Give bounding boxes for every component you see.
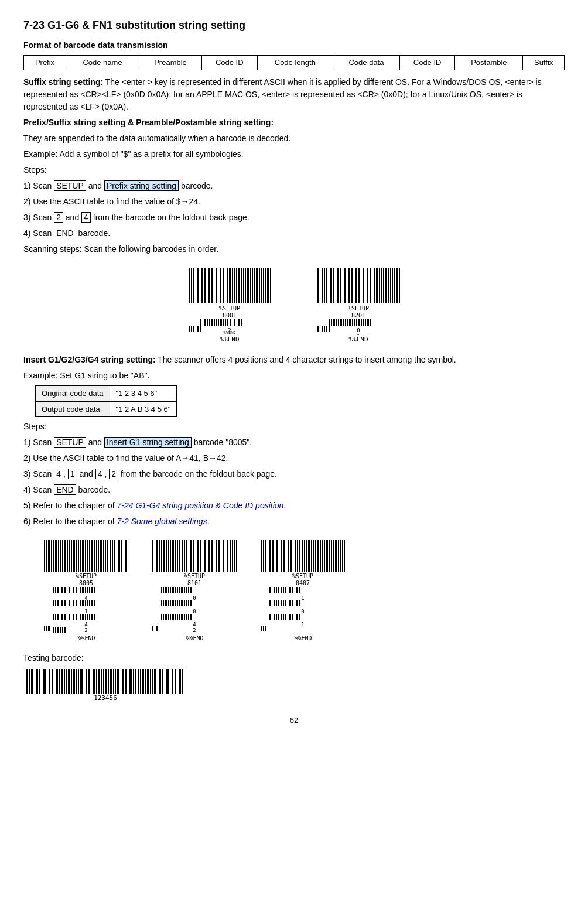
svg-text:2: 2: [84, 627, 87, 633]
svg-rect-346: [295, 540, 296, 572]
svg-rect-201: [73, 600, 74, 606]
svg-rect-403: [274, 614, 275, 620]
svg-rect-212: [53, 614, 54, 620]
svg-rect-442: [84, 669, 84, 694]
svg-rect-203: [78, 600, 78, 606]
insert-step-6: 6) Refer to the chapter of 7-2 Some glob…: [23, 515, 565, 528]
svg-rect-204: [80, 600, 81, 606]
svg-rect-105: [329, 319, 330, 326]
svg-rect-455: [115, 669, 116, 694]
svg-rect-300: [168, 600, 169, 606]
svg-rect-262: [197, 540, 199, 572]
svg-rect-345: [293, 540, 293, 572]
steps-label: Steps:: [23, 164, 565, 176]
svg-rect-341: [283, 540, 285, 572]
svg-rect-79: [347, 268, 347, 303]
svg-rect-59: [189, 326, 190, 332]
svg-rect-177: [64, 587, 66, 593]
svg-rect-83: [355, 268, 357, 303]
svg-rect-23: [241, 268, 242, 303]
svg-rect-26: [247, 268, 249, 303]
svg-rect-466: [142, 669, 144, 694]
svg-rect-245: [159, 540, 160, 572]
svg-rect-356: [317, 540, 319, 572]
svg-rect-288: [175, 587, 176, 593]
digit-1-box: 1: [68, 469, 77, 479]
svg-rect-328: [152, 626, 153, 631]
chapter-link-2[interactable]: 7-2 Some global settings: [117, 517, 207, 526]
step-3: 3) Scan 2 and 4 from the barcode on the …: [23, 211, 565, 224]
svg-rect-76: [340, 268, 341, 303]
svg-rect-417: [263, 626, 264, 631]
svg-rect-306: [181, 600, 183, 606]
svg-rect-284: [165, 587, 167, 593]
svg-rect-434: [64, 669, 65, 694]
svg-rect-49: [223, 319, 224, 326]
svg-rect-412: [295, 614, 295, 620]
svg-rect-244: [156, 540, 158, 572]
svg-rect-408: [285, 614, 286, 620]
svg-rect-305: [179, 600, 180, 606]
svg-rect-181: [73, 587, 74, 593]
svg-rect-31: [259, 268, 260, 303]
svg-rect-338: [276, 540, 278, 572]
svg-rect-359: [324, 540, 325, 572]
svg-rect-227: [87, 614, 88, 620]
svg-rect-207: [87, 600, 88, 606]
insert-g1-box: Insert G1 string setting: [104, 437, 192, 448]
svg-rect-15: [223, 268, 224, 303]
svg-rect-289: [177, 587, 178, 593]
svg-rect-440: [78, 669, 79, 694]
barcode-section-2: %SETUP 8005 4: [41, 537, 565, 643]
svg-rect-351: [306, 540, 307, 572]
svg-rect-126: [317, 326, 319, 332]
svg-rect-241: [48, 626, 50, 631]
svg-rect-436: [68, 669, 70, 694]
svg-text:1: 1: [84, 609, 87, 614]
svg-rect-44: [211, 319, 213, 326]
svg-rect-173: [55, 587, 56, 593]
svg-rect-121: [365, 319, 366, 326]
svg-rect-152: [89, 540, 90, 572]
svg-rect-271: [218, 540, 220, 572]
digit-4-box: 4: [81, 212, 91, 223]
svg-rect-481: [179, 669, 181, 694]
svg-rect-230: [94, 614, 95, 620]
suffix-setting-text: Suffix string setting: The <enter > key …: [23, 76, 565, 113]
svg-rect-324: [188, 614, 189, 620]
svg-rect-301: [170, 600, 171, 606]
svg-rect-344: [290, 540, 292, 572]
svg-rect-423: [36, 669, 38, 694]
svg-rect-69: [324, 268, 325, 303]
svg-rect-249: [168, 540, 169, 572]
step-2: 2) Use the ASCII table to find the value…: [23, 196, 565, 208]
svg-text:%SETUP: %SETUP: [76, 573, 97, 579]
svg-rect-133: [46, 540, 47, 572]
svg-rect-361: [329, 540, 330, 572]
svg-rect-416: [261, 626, 262, 631]
svg-rect-229: [91, 614, 93, 620]
svg-rect-218: [67, 614, 67, 620]
svg-rect-91: [374, 268, 375, 303]
chapter-link-1[interactable]: 7-24 G1-G4 string position & Code ID pos…: [117, 501, 284, 510]
col-codeid1: Code ID: [201, 56, 257, 70]
svg-rect-365: [338, 540, 339, 572]
svg-rect-19: [232, 268, 233, 303]
svg-rect-25: [245, 268, 246, 303]
svg-rect-293: [186, 587, 187, 593]
svg-rect-270: [216, 540, 217, 572]
svg-rect-266: [207, 540, 207, 572]
svg-rect-164: [117, 540, 117, 572]
svg-rect-122: [367, 319, 369, 326]
svg-rect-7: [204, 268, 206, 303]
insert-heading: Insert G1/G2/G3/G4 string setting: The s…: [23, 354, 565, 366]
svg-rect-394: [288, 600, 288, 606]
svg-rect-409: [288, 614, 288, 620]
suffix-setting-label: Suffix string setting:: [23, 77, 103, 87]
svg-rect-318: [175, 614, 176, 620]
svg-rect-465: [140, 669, 141, 694]
svg-rect-136: [53, 540, 54, 572]
svg-rect-471: [154, 669, 156, 694]
svg-rect-276: [230, 540, 231, 572]
svg-rect-477: [170, 669, 170, 694]
